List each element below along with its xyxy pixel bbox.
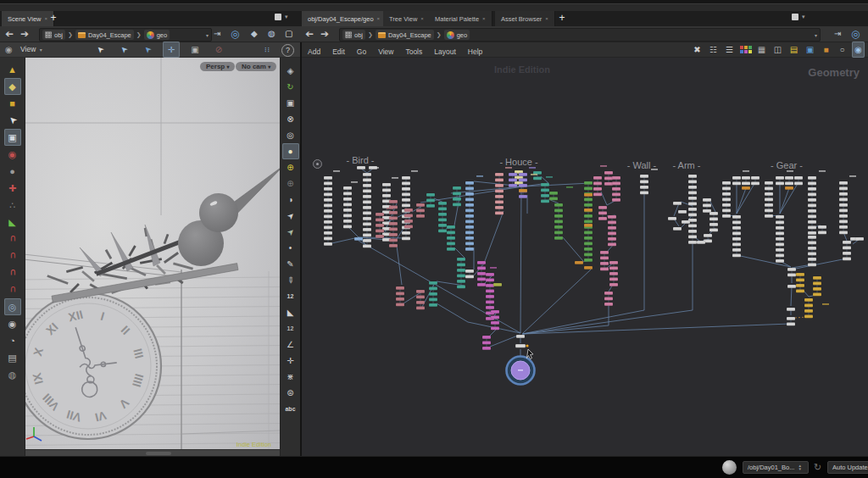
network-node[interactable] [804,309,813,313]
breadcrumb-network-editor[interactable]: obj ❯ Day04_Escape ❯ geo ▾ [339,28,821,42]
node-column[interactable] [818,225,826,234]
scale-handle-tool[interactable]: ✚ [4,180,21,197]
background-image-icon[interactable]: ▣ [804,42,816,58]
box-primitive-tool[interactable]: ◆ [4,78,21,95]
network-node[interactable] [429,303,437,307]
network-node[interactable] [457,258,465,261]
network-node[interactable] [732,232,741,236]
network-node[interactable] [549,192,558,195]
auto-refresh-icon[interactable]: ↻ [282,79,299,95]
network-node[interactable] [477,278,486,281]
network-node[interactable] [477,261,486,264]
node-column[interactable] [678,210,687,214]
network-node[interactable] [604,177,613,181]
memory-brain-icon[interactable] [722,460,737,475]
network-node[interactable] [765,192,773,196]
network-node[interactable] [363,206,371,209]
network-node[interactable] [541,189,549,192]
node-column[interactable] [709,212,718,231]
show-lights-icon[interactable]: ◍ [268,26,275,42]
network-node[interactable] [465,242,474,246]
network-node[interactable] [457,269,465,272]
network-node[interactable] [600,262,609,265]
network-node[interactable] [447,242,455,246]
node-column[interactable] [808,236,816,266]
network-node[interactable] [453,186,461,190]
node-column[interactable] [673,202,682,205]
network-node[interactable] [732,226,741,230]
pane-menu-caret-icon[interactable]: ▾ [802,14,805,20]
network-node[interactable] [584,224,593,227]
node-column[interactable] [776,176,784,185]
network-node[interactable] [486,284,494,287]
network-node[interactable] [709,229,718,232]
network-node[interactable] [742,176,750,180]
network-node[interactable] [776,176,784,180]
network-node[interactable] [491,327,499,331]
node-column[interactable] [787,317,795,325]
network-node[interactable] [363,245,371,248]
node-column[interactable] [584,224,593,227]
network-node[interactable] [732,237,741,241]
network-node[interactable] [732,248,741,252]
network-node[interactable] [416,296,425,299]
network-node[interactable] [843,241,851,244]
node-column[interactable] [682,220,690,224]
back-arrow-icon[interactable]: ➔ [5,26,14,42]
text-overlay-icon[interactable]: abc [282,401,299,417]
network-node[interactable] [785,182,793,186]
tab-close-icon[interactable]: × [482,16,486,21]
node-column[interactable] [575,261,583,264]
network-node[interactable] [465,247,474,251]
right-pane-controls[interactable]: ▾ [792,14,805,20]
network-node[interactable] [732,182,741,186]
network-node[interactable] [765,198,773,202]
network-node[interactable] [808,226,816,230]
network-node[interactable] [609,272,618,275]
network-node[interactable] [519,189,527,192]
snap-arc-magnet-icon[interactable]: ∪ [4,247,21,264]
network-node[interactable] [678,210,687,214]
node-column[interactable] [363,173,371,247]
node-column[interactable] [493,283,502,286]
no-lighting-icon[interactable]: ⊗ [282,111,299,127]
node-column[interactable] [519,189,527,192]
network-node[interactable] [519,195,527,198]
snap-grid-magnet-icon[interactable]: ∪ [4,231,21,247]
node-column[interactable] [343,186,352,228]
network-node[interactable] [324,231,332,235]
network-node[interactable] [612,182,620,186]
move-handle-tool[interactable]: ● [4,163,21,180]
node-column[interactable] [785,186,793,190]
pin-pane-icon[interactable]: ⇥ [834,26,841,42]
network-node[interactable] [604,297,613,301]
network-node[interactable] [457,280,465,283]
network-node[interactable] [839,181,848,185]
network-node[interactable] [516,335,525,338]
network-node[interactable] [554,236,563,240]
network-node[interactable] [584,187,593,191]
node-column[interactable] [416,203,425,218]
network-node[interactable] [584,266,593,270]
node-column[interactable] [697,241,705,244]
network-node[interactable] [438,230,447,233]
network-node[interactable] [839,220,848,224]
network-node[interactable] [447,247,455,251]
network-node[interactable] [818,225,826,229]
network-node[interactable] [482,347,491,350]
network-node[interactable] [813,293,821,297]
network-node[interactable] [453,197,461,201]
network-node[interactable] [389,244,398,247]
network-node[interactable] [404,214,413,218]
network-node[interactable] [742,182,750,186]
snapshot-frame-icon[interactable]: ▢ [285,26,292,42]
network-node[interactable] [703,198,711,202]
network-node[interactable] [541,200,549,203]
network-node[interactable] [787,308,795,311]
network-node[interactable] [796,290,804,293]
network-node[interactable] [751,182,760,186]
network-node[interactable] [477,283,486,286]
network-node[interactable] [493,283,502,286]
network-node[interactable] [324,215,332,219]
network-node[interactable] [426,204,435,208]
